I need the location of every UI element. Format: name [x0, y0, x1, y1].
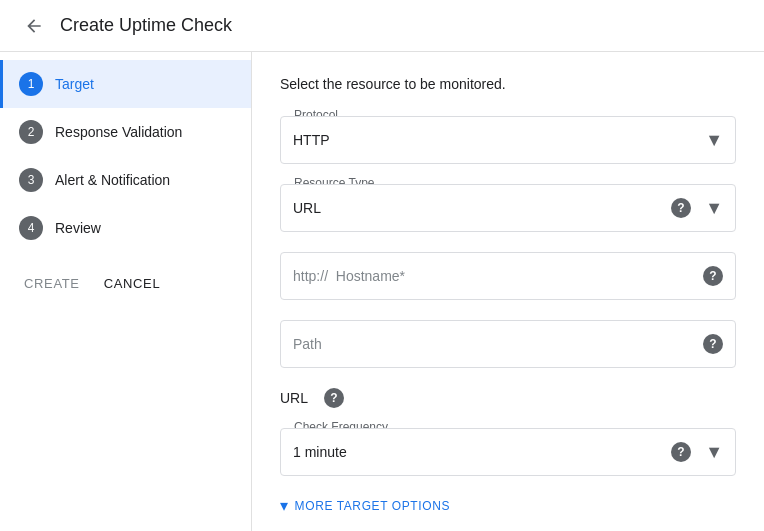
content-description: Select the resource to be monitored.: [280, 76, 736, 92]
step-2-label: Response Validation: [55, 124, 182, 140]
step-2-circle: 2: [19, 120, 43, 144]
sidebar-item-alert-notification[interactable]: 3 Alert & Notification: [0, 156, 251, 204]
hostname-input[interactable]: [293, 268, 695, 284]
step-1-label: Target: [55, 76, 94, 92]
main-layout: 1 Target 2 Response Validation 3 Alert &…: [0, 52, 764, 531]
check-frequency-select-wrapper: 1 minute 5 minutes 10 minutes 15 minutes…: [280, 428, 736, 476]
step-3-label: Alert & Notification: [55, 172, 170, 188]
hostname-help-icon[interactable]: ?: [703, 266, 723, 286]
sidebar: 1 Target 2 Response Validation 3 Alert &…: [0, 52, 252, 531]
url-label-row: URL ?: [280, 388, 736, 408]
sidebar-item-target[interactable]: 1 Target: [0, 60, 251, 108]
step-1-circle: 1: [19, 72, 43, 96]
step-4-circle: 4: [19, 216, 43, 240]
sidebar-item-review[interactable]: 4 Review: [0, 204, 251, 252]
back-button[interactable]: [16, 8, 52, 44]
sidebar-actions: CREATE CANCEL: [0, 256, 251, 311]
sidebar-item-response-validation[interactable]: 2 Response Validation: [0, 108, 251, 156]
header: Create Uptime Check: [0, 0, 764, 52]
resource-type-select[interactable]: URL Instance App Engine: [281, 185, 735, 231]
protocol-field-group: Protocol HTTP HTTPS TCP ▼: [280, 116, 736, 164]
path-help-icon[interactable]: ?: [703, 334, 723, 354]
hostname-wrapper: ?: [280, 252, 736, 300]
check-frequency-help-icon[interactable]: ?: [671, 442, 691, 462]
more-target-options[interactable]: ▾ MORE TARGET OPTIONS: [280, 496, 736, 515]
cancel-button[interactable]: CANCEL: [100, 272, 165, 295]
resource-type-select-wrapper: URL Instance App Engine ▼ ?: [280, 184, 736, 232]
hostname-field-group: ?: [280, 252, 736, 300]
resource-type-help-icon[interactable]: ?: [671, 198, 691, 218]
path-field-group: ?: [280, 320, 736, 368]
path-wrapper: ?: [280, 320, 736, 368]
step-3-circle: 3: [19, 168, 43, 192]
path-input[interactable]: [293, 336, 695, 352]
url-help-icon[interactable]: ?: [324, 388, 344, 408]
content-area: Select the resource to be monitored. Pro…: [252, 52, 764, 531]
resource-type-field-group: Resource Type URL Instance App Engine ▼ …: [280, 184, 736, 232]
check-frequency-select[interactable]: 1 minute 5 minutes 10 minutes 15 minutes: [281, 429, 735, 475]
step-4-label: Review: [55, 220, 101, 236]
url-label: URL: [280, 390, 308, 406]
create-button[interactable]: CREATE: [20, 272, 84, 295]
expand-more-icon: ▾: [280, 496, 289, 515]
page-title: Create Uptime Check: [60, 15, 232, 36]
protocol-select-wrapper: HTTP HTTPS TCP ▼: [280, 116, 736, 164]
protocol-select[interactable]: HTTP HTTPS TCP: [281, 117, 735, 163]
check-frequency-field-group: Check Frequency 1 minute 5 minutes 10 mi…: [280, 428, 736, 476]
more-target-options-label: MORE TARGET OPTIONS: [295, 499, 450, 513]
